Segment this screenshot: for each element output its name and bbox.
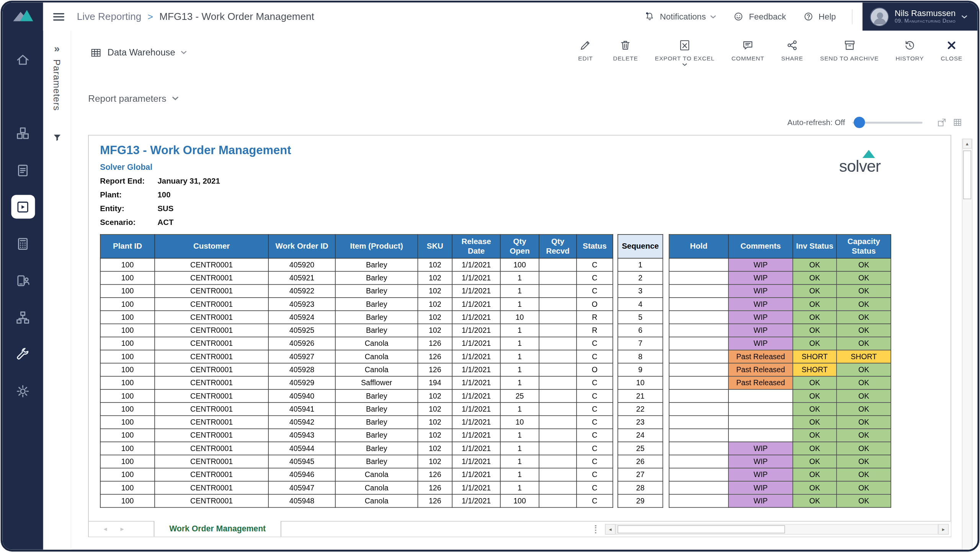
close-button[interactable]: CLOSE — [941, 39, 963, 62]
horizontal-scroll-thumb[interactable] — [617, 525, 785, 533]
parameters-panel-title[interactable]: Parameters — [52, 59, 62, 111]
sidebar-item-settings[interactable] — [3, 375, 43, 407]
help-button[interactable]: Help — [802, 11, 836, 23]
table-cell: 100 — [100, 258, 155, 271]
export-to-excel-button[interactable]: EXPORT TO EXCEL — [655, 39, 715, 66]
table-cell: 1/1/2021 — [452, 285, 500, 298]
table-cell: 102 — [418, 258, 452, 271]
table-cell: 7 — [618, 337, 663, 350]
share-button[interactable]: SHARE — [781, 39, 804, 62]
breadcrumb-section[interactable]: Live Reporting — [77, 11, 141, 22]
table-cell: WIP — [728, 337, 793, 350]
edit-button[interactable]: EDIT — [575, 39, 596, 62]
table-cell: 2 — [618, 271, 663, 284]
sidebar-item-reports[interactable] — [3, 154, 43, 186]
avatar — [870, 7, 889, 26]
table-cell — [669, 258, 728, 271]
table-cell: 1 — [618, 258, 663, 271]
comment-button[interactable]: COMMENT — [732, 39, 764, 62]
report-parameters-toggle[interactable]: Report parameters — [88, 93, 179, 104]
table-cell: OK — [793, 468, 836, 481]
table-cell: 1/1/2021 — [452, 337, 500, 350]
data-source-dropdown[interactable]: Data Warehouse — [90, 47, 187, 59]
table-cell — [669, 402, 728, 415]
sidebar-item-integrations[interactable] — [3, 302, 43, 333]
clipboard-icon — [15, 162, 31, 178]
column-header: Status — [577, 234, 613, 258]
sidebar-item-home[interactable] — [3, 44, 43, 75]
table-cell: 405924 — [268, 311, 335, 324]
sidebar-item-data-warehouse[interactable] — [3, 117, 43, 149]
table-row: 100CENTR0001405922Barley1021/1/20211C3WI… — [100, 285, 891, 298]
table-cell: 102 — [418, 298, 452, 311]
table-cell: Barley — [335, 285, 418, 298]
auto-refresh-slider[interactable] — [853, 117, 923, 128]
slider-knob[interactable] — [854, 117, 865, 128]
send-to-archive-button[interactable]: SEND TO ARCHIVE — [820, 39, 879, 62]
breadcrumb-page-title: MFG13 - Work Order Management — [159, 11, 314, 22]
column-header: Capacity Status — [836, 234, 891, 258]
table-cell — [669, 481, 728, 494]
hamburger-menu-button[interactable] — [53, 12, 64, 21]
history-button[interactable]: HISTORY — [895, 39, 924, 62]
table-cell — [669, 389, 728, 402]
table-cell: WIP — [728, 298, 793, 311]
table-cell: 1 — [500, 481, 539, 494]
help-label: Help — [818, 12, 836, 21]
expand-panel-icon[interactable]: » — [54, 43, 60, 54]
scroll-left-button[interactable]: ◄ — [605, 524, 616, 534]
help-icon — [802, 11, 814, 23]
mobile-user-icon — [15, 273, 31, 288]
table-cell: 100 — [100, 468, 155, 481]
wrench-icon — [15, 346, 31, 362]
sheet-tab-bar: ◄ ► Work Order Management ◄ ► — [89, 521, 951, 537]
table-cell: 405944 — [268, 442, 335, 455]
filter-button[interactable] — [52, 132, 62, 145]
table-cell: 100 — [100, 376, 155, 389]
table-cell: 100 — [100, 271, 155, 284]
feedback-button[interactable]: Feedback — [733, 11, 786, 23]
table-cell: 100 — [100, 389, 155, 402]
table-cell: OK — [793, 311, 836, 324]
table-cell — [539, 285, 577, 298]
table-cell: CENTR0001 — [155, 324, 268, 337]
table-cell: 405927 — [268, 350, 335, 363]
sheet-prev-button[interactable]: ◄ — [103, 526, 108, 532]
open-in-window-icon[interactable] — [937, 117, 947, 127]
vertical-scroll-thumb[interactable] — [963, 150, 971, 199]
app-window: Live Reporting > MFG13 - Work Order Mana… — [1, 1, 980, 552]
table-cell: OK — [793, 337, 836, 350]
tab-splitter-handle[interactable] — [595, 525, 596, 533]
sidebar-item-mobile[interactable] — [3, 265, 43, 296]
history-label: HISTORY — [895, 55, 924, 62]
scroll-right-button[interactable]: ► — [938, 524, 949, 534]
sheet-tab-work-order-management[interactable]: Work Order Management — [154, 521, 281, 537]
table-cell: 10 — [500, 311, 539, 324]
screenshot-viewport: Live Reporting > MFG13 - Work Order Mana… — [0, 0, 980, 552]
table-cell: OK — [836, 298, 891, 311]
report-meta: Report End:January 31, 2021 Plant:100 En… — [100, 177, 220, 232]
chevron-down-icon — [710, 15, 716, 18]
column-header: Hold — [669, 234, 728, 258]
table-cell: OK — [836, 429, 891, 442]
sidebar-item-budgeting[interactable] — [3, 228, 43, 259]
column-header: Item (Product) — [335, 234, 418, 258]
table-cell: 1/1/2021 — [452, 350, 500, 363]
horizontal-scroll-track[interactable] — [616, 524, 938, 534]
delete-button[interactable]: DELETE — [613, 39, 638, 62]
notifications-button[interactable]: Notifications — [644, 11, 716, 23]
report-toolbar: Data Warehouse EDIT DELETE EXPORT TO EXC… — [71, 31, 977, 74]
sheet-next-button[interactable]: ► — [119, 526, 125, 532]
table-cell: 1 — [500, 376, 539, 389]
column-header: Plant ID — [100, 234, 155, 258]
table-cell — [539, 324, 577, 337]
smiley-icon — [733, 11, 745, 23]
scroll-up-button[interactable]: ▲ — [962, 138, 972, 148]
table-cell: 5 — [618, 311, 663, 324]
grid-view-icon[interactable] — [952, 117, 962, 127]
table-cell: OK — [793, 285, 836, 298]
table-cell: 405945 — [268, 455, 335, 468]
sidebar-item-tools[interactable] — [3, 339, 43, 370]
user-menu[interactable]: Nils Rasmussen 09. Manufacturing Demo — [863, 3, 978, 31]
sidebar-item-live-reporting-active[interactable] — [3, 191, 43, 223]
